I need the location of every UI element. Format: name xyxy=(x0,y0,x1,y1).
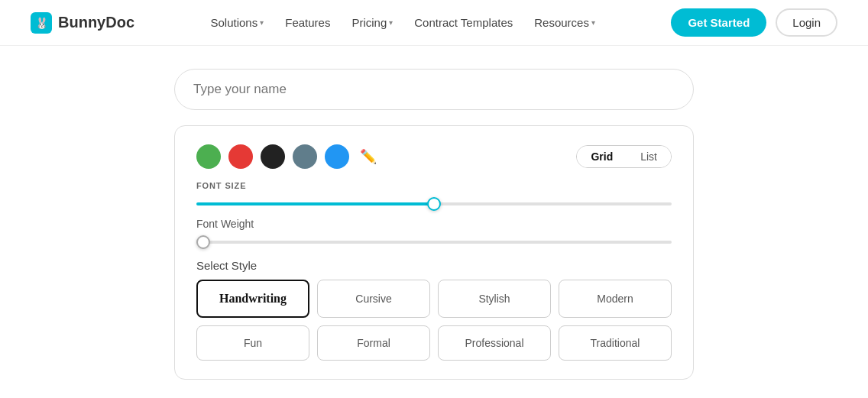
style-cursive[interactable]: Cursive xyxy=(317,280,430,318)
style-grid: Handwriting Cursive Stylish Modern Fun F… xyxy=(196,280,672,361)
font-size-label: FONT SIZE xyxy=(196,181,672,190)
color-gray[interactable] xyxy=(293,144,317,169)
logo-icon: 🐰 xyxy=(31,12,52,34)
nav-features[interactable]: Features xyxy=(285,16,330,29)
chevron-down-icon: ▾ xyxy=(389,18,393,27)
font-size-section: FONT SIZE xyxy=(196,181,672,209)
get-started-button[interactable]: Get Started xyxy=(671,8,766,37)
name-input-wrapper xyxy=(174,69,694,110)
nav-contract-templates[interactable]: Contract Templates xyxy=(414,16,513,29)
login-button[interactable]: Login xyxy=(776,8,837,37)
style-fun[interactable]: Fun xyxy=(196,325,309,361)
logo: 🐰 BunnyDoc xyxy=(31,12,134,34)
nav-resources[interactable]: Resources ▾ xyxy=(534,16,595,29)
color-blue[interactable] xyxy=(325,144,349,169)
name-input[interactable] xyxy=(174,69,694,110)
chevron-down-icon: ▾ xyxy=(591,18,595,27)
signature-panel: ✏️ Grid List FONT SIZE Font Weight Selec… xyxy=(174,125,694,380)
color-red[interactable] xyxy=(228,144,253,169)
style-handwriting[interactable]: Handwriting xyxy=(196,280,309,318)
nav-links: Solutions ▾ Features Pricing ▾ Contract … xyxy=(211,16,595,29)
style-formal[interactable]: Formal xyxy=(317,325,430,361)
color-view-row: ✏️ Grid List xyxy=(196,144,672,169)
font-weight-slider[interactable] xyxy=(196,241,672,244)
font-size-slider[interactable] xyxy=(196,202,672,205)
grid-view-button[interactable]: Grid xyxy=(577,146,627,167)
color-black[interactable] xyxy=(261,144,285,169)
navbar: 🐰 BunnyDoc Solutions ▾ Features Pricing … xyxy=(0,0,868,46)
nav-solutions[interactable]: Solutions ▾ xyxy=(211,16,264,29)
style-modern[interactable]: Modern xyxy=(559,280,672,318)
style-professional[interactable]: Professional xyxy=(438,325,551,361)
color-green[interactable] xyxy=(196,144,221,169)
nav-pricing[interactable]: Pricing ▾ xyxy=(351,16,393,29)
main-content: ✏️ Grid List FONT SIZE Font Weight Selec… xyxy=(0,46,868,398)
logo-text: BunnyDoc xyxy=(58,14,134,31)
style-traditional[interactable]: Traditional xyxy=(559,325,672,361)
style-stylish[interactable]: Stylish xyxy=(438,280,551,318)
pen-icon[interactable]: ✏️ xyxy=(360,148,377,165)
chevron-down-icon: ▾ xyxy=(260,18,264,27)
nav-actions: Get Started Login xyxy=(671,8,837,37)
font-weight-section: Font Weight xyxy=(196,218,672,247)
view-toggle: Grid List xyxy=(576,145,672,168)
list-view-button[interactable]: List xyxy=(627,146,671,167)
select-style-label: Select Style xyxy=(196,259,672,272)
font-weight-label: Font Weight xyxy=(196,218,672,230)
